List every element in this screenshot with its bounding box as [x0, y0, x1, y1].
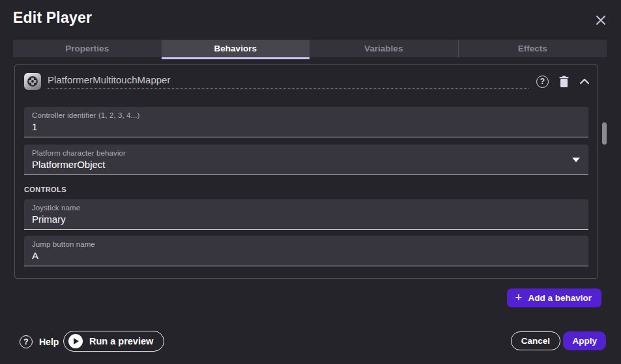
question-circle-icon: ?: [20, 335, 33, 348]
scrollbar-thumb[interactable]: [602, 122, 607, 145]
tab-effects[interactable]: Effects: [458, 40, 607, 57]
add-behavior-button[interactable]: + Add a behavior: [507, 288, 601, 307]
behavior-card-header: ?: [15, 65, 598, 98]
trash-icon[interactable]: [558, 76, 570, 88]
tab-bar: Properties Behaviors Variables Effects: [13, 40, 607, 57]
tab-behaviors[interactable]: Behaviors: [162, 40, 310, 57]
tab-variables[interactable]: Variables: [310, 40, 458, 57]
run-preview-button[interactable]: Run a preview: [63, 331, 164, 352]
platform-character-behavior-label: Platform character behavior: [32, 149, 581, 157]
joystick-name-label: Joystick name: [32, 204, 581, 212]
page-title: Edit Player: [13, 9, 92, 27]
close-icon[interactable]: [594, 13, 608, 27]
help-label: Help: [39, 337, 59, 347]
play-icon: [68, 334, 83, 348]
behavior-name-input[interactable]: [48, 74, 528, 85]
controller-identifier-label: Controller identifier (1, 2, 3, 4...): [32, 111, 581, 119]
joystick-name-field[interactable]: Joystick name: [24, 199, 588, 230]
joystick-name-input[interactable]: [32, 214, 581, 225]
controller-identifier-field[interactable]: Controller identifier (1, 2, 3, 4...): [24, 107, 588, 137]
jump-button-name-field[interactable]: Jump button name: [24, 236, 588, 266]
platform-character-behavior-value: PlatformerObject: [32, 159, 581, 170]
help-button[interactable]: ? Help: [20, 335, 59, 348]
platform-character-behavior-field[interactable]: Platform character behavior PlatformerOb…: [24, 145, 588, 175]
apply-button[interactable]: Apply: [563, 331, 606, 350]
add-behavior-label: Add a behavior: [528, 293, 592, 303]
behavior-card: ? Controller identifier (1, 2, 3, 4...) …: [14, 64, 598, 279]
run-preview-label: Run a preview: [89, 336, 153, 346]
gamepad-dpad-icon: [24, 73, 41, 90]
tab-properties[interactable]: Properties: [13, 40, 162, 57]
cancel-button[interactable]: Cancel: [511, 331, 560, 350]
controls-section-header: CONTROLS: [24, 186, 66, 193]
chevron-down-icon[interactable]: [572, 158, 580, 162]
jump-button-name-label: Jump button name: [32, 240, 581, 248]
dialog-footer: ? Help Run a preview Cancel Apply: [0, 326, 621, 364]
plus-icon: +: [515, 291, 522, 303]
help-icon[interactable]: ?: [536, 76, 549, 88]
behavior-name-field: [48, 74, 528, 89]
chevron-up-icon[interactable]: [579, 78, 590, 85]
jump-button-name-input[interactable]: [32, 250, 581, 261]
edit-object-dialog: Edit Player Properties Behaviors Variabl…: [0, 0, 621, 364]
controller-identifier-input[interactable]: [32, 121, 581, 132]
